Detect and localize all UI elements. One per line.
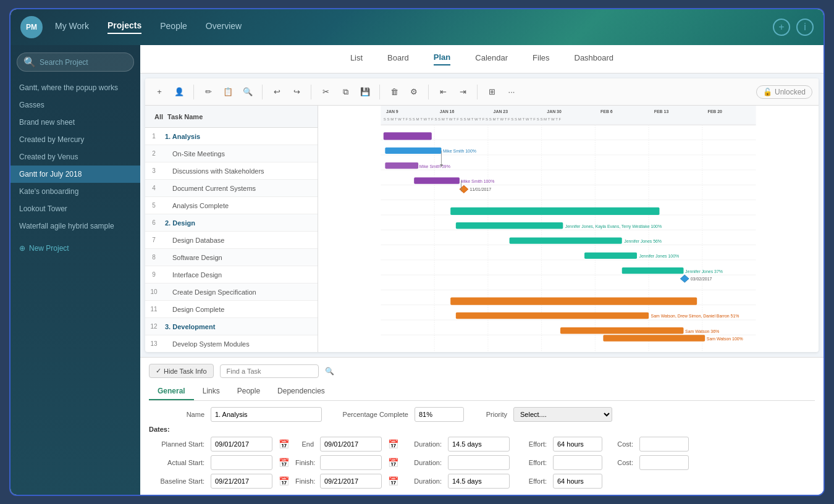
tab-calendar[interactable]: Calendar [475, 53, 508, 65]
save-btn[interactable]: 💾 [357, 84, 373, 100]
settings-btn[interactable]: ⚙ [406, 84, 422, 100]
svg-marker-48 [680, 275, 689, 282]
planned-end-input[interactable] [320, 437, 382, 452]
sidebar-item-lookout[interactable]: Lookout Tower [11, 200, 140, 217]
search-box[interactable]: 🔍 [17, 52, 134, 72]
actual-finish-cal[interactable]: 📅 [388, 458, 398, 468]
planned-cost-input[interactable] [639, 437, 689, 452]
content-area: 🔍 Gantt, where the popup works Gasses Br… [11, 45, 823, 495]
planned-end-cal[interactable]: 📅 [388, 439, 398, 449]
baseline-duration-label: Duration: [405, 477, 442, 485]
baseline-duration-input[interactable] [448, 474, 510, 489]
task-row[interactable]: 11. Analysis [145, 128, 318, 145]
indent-left-btn[interactable]: ⇤ [435, 84, 451, 100]
actual-finish-input[interactable] [320, 455, 382, 470]
sidebar-item-gantt-popup[interactable]: Gantt, where the popup works [11, 79, 140, 96]
sidebar-item-venus[interactable]: Created by Venus [11, 148, 140, 166]
person-btn[interactable]: 👤 [171, 84, 187, 100]
nav-people[interactable]: People [160, 21, 187, 33]
task-name: 3. Development [162, 323, 318, 330]
new-project-btn[interactable]: ⊕ New Project [11, 240, 140, 257]
tab-list[interactable]: List [350, 53, 363, 65]
sidebar-item-gasses[interactable]: Gasses [11, 96, 140, 114]
sidebar-item-kates[interactable]: Kate's onboarding [11, 183, 140, 200]
actual-effort-label: Effort: [516, 459, 547, 466]
task-row[interactable]: 4Document Current Systems [145, 180, 318, 197]
task-row[interactable]: 7Design Database [145, 232, 318, 249]
svg-rect-51 [456, 313, 649, 319]
planned-duration-input[interactable] [448, 437, 510, 452]
task-row[interactable]: 5Analysis Complete [145, 197, 318, 214]
undo-btn[interactable]: ↩ [269, 84, 285, 100]
sep-6 [477, 85, 478, 99]
planned-start-cal[interactable]: 📅 [279, 439, 289, 449]
pct-input[interactable] [415, 407, 464, 422]
actual-start-cal[interactable]: 📅 [279, 458, 289, 468]
svg-text:JAN 16: JAN 16 [440, 109, 455, 114]
task-num: 7 [145, 237, 162, 243]
add-button[interactable]: + [773, 19, 790, 36]
tab-files[interactable]: Files [533, 53, 549, 65]
find-task-input[interactable] [220, 364, 319, 378]
search-input[interactable] [40, 58, 127, 67]
nav-my-work[interactable]: My Work [55, 21, 89, 33]
sidebar-item-brand-new[interactable]: Brand new sheet [11, 114, 140, 131]
sidebar-item-mercury[interactable]: Created by Mercury [11, 131, 140, 148]
tab-dashboard[interactable]: Dashboard [575, 53, 614, 65]
task-name: 2. Design [162, 219, 318, 227]
actual-cost-input[interactable] [639, 455, 689, 470]
hide-task-btn[interactable]: ✓ Hide Task Info [149, 364, 214, 378]
nav-overview[interactable]: Overview [206, 21, 242, 33]
task-row[interactable]: 11Design Complete [145, 301, 318, 318]
task-row[interactable]: 62. Design [145, 214, 318, 232]
add-task-btn[interactable]: + [151, 84, 167, 100]
task-row[interactable]: 3Discussions with Stakeholders [145, 162, 318, 180]
tab-links[interactable]: Links [194, 383, 229, 400]
actual-effort-input[interactable] [553, 455, 602, 470]
grid-btn[interactable]: ⊞ [484, 84, 500, 100]
baseline-finish-input[interactable] [320, 474, 382, 489]
cut-btn[interactable]: ✂ [318, 84, 334, 100]
more-btn[interactable]: ··· [503, 84, 520, 100]
search-btn[interactable]: 🔍 [240, 84, 256, 100]
baseline-start-input[interactable] [211, 474, 272, 489]
svg-text:Jennifer Jones, Kayla Evans, T: Jennifer Jones, Kayla Evans, Terry Westl… [565, 224, 662, 229]
task-row[interactable]: 9Interface Design [145, 266, 318, 284]
redo-btn[interactable]: ↪ [289, 84, 305, 100]
edit-btn[interactable]: ✏ [200, 84, 216, 100]
delete-btn[interactable]: 🗑 [386, 84, 402, 100]
tab-dependencies[interactable]: Dependencies [269, 383, 334, 400]
baseline-effort-input[interactable] [553, 474, 602, 489]
sep-1 [193, 85, 194, 99]
baseline-start-cal[interactable]: 📅 [279, 476, 289, 486]
task-row[interactable]: 10Create Design Specification [145, 284, 318, 301]
sidebar-item-waterfall[interactable]: Waterfall agile hybrid sample [11, 217, 140, 235]
baseline-finish-cal[interactable]: 📅 [388, 476, 398, 486]
tab-plan[interactable]: Plan [434, 52, 450, 65]
svg-text:Mike Smith 100%: Mike Smith 100% [461, 179, 495, 183]
task-row[interactable]: 2On-Site Meetings [145, 145, 318, 162]
indent-right-btn[interactable]: ⇥ [455, 84, 471, 100]
tab-general[interactable]: General [149, 383, 194, 400]
nav-projects[interactable]: Projects [107, 20, 141, 34]
planned-effort-input[interactable] [553, 437, 602, 452]
plus-icon: ⊕ [19, 244, 25, 253]
planned-start-input[interactable] [211, 437, 272, 452]
new-project-label: New Project [29, 244, 69, 253]
task-row[interactable]: 8Software Design [145, 249, 318, 266]
search-icon: 🔍 [23, 56, 36, 68]
copy-btn[interactable]: 📋 [220, 84, 236, 100]
task-row[interactable]: 123. Development [145, 318, 318, 335]
task-num: 8 [145, 254, 162, 261]
sep-2 [262, 85, 263, 99]
priority-select[interactable]: Select.... [513, 407, 612, 422]
name-input[interactable] [211, 407, 322, 422]
tab-people[interactable]: People [229, 383, 269, 400]
task-row[interactable]: 13Develop System Modules [145, 335, 318, 352]
duplicate-btn[interactable]: ⧉ [337, 84, 353, 100]
actual-duration-input[interactable] [448, 455, 510, 470]
sidebar-item-gantt-july[interactable]: Gantt for July 2018 [11, 166, 140, 183]
actual-start-input[interactable] [211, 455, 272, 470]
user-icon-btn[interactable]: i [796, 19, 814, 36]
tab-board[interactable]: Board [387, 53, 409, 65]
